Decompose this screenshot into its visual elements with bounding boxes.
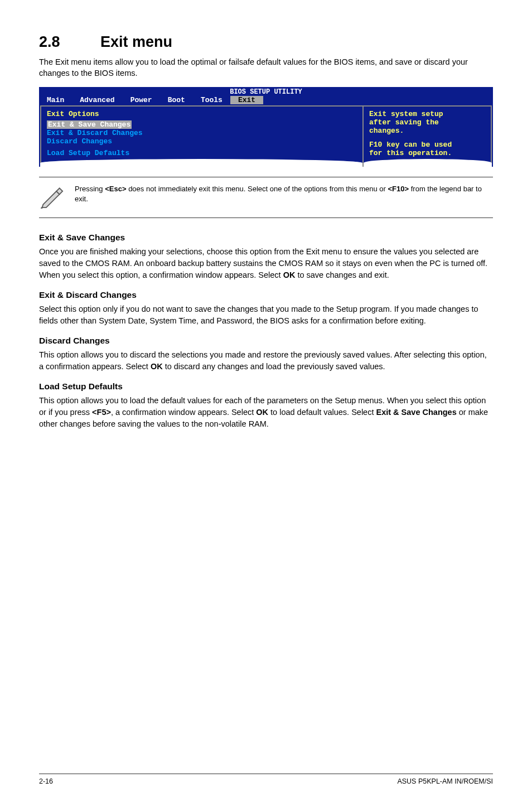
section-body: Once you are finished making your select… xyxy=(39,246,493,281)
pencil-icon xyxy=(39,184,64,211)
page-footer: 2-16 ASUS P5KPL-AM IN/ROEM/SI xyxy=(39,774,493,785)
note-key-esc: <Esc> xyxy=(105,185,126,193)
bios-tab-advanced[interactable]: Advanced xyxy=(72,96,122,104)
intro-paragraph: The Exit menu items allow you to load th… xyxy=(39,56,493,79)
note-part: does not immediately exit this menu. Sel… xyxy=(127,185,388,193)
heading-title: Exit menu xyxy=(100,33,172,50)
bios-menu-panel: Exit Options Exit & Save Changes Exit & … xyxy=(40,105,362,167)
footer-page-number: 2-16 xyxy=(39,777,53,785)
bold-exit-save: Exit & Save Changes xyxy=(376,408,457,417)
footer-product: ASUS P5KPL-AM IN/ROEM/SI xyxy=(397,777,493,785)
bios-help-line: after saving the xyxy=(369,118,485,127)
page-heading: 2.8Exit menu xyxy=(39,33,493,51)
note-callout: Pressing <Esc> does not immediately exit… xyxy=(39,177,493,218)
note-key-f10: <F10> xyxy=(388,185,409,193)
bios-title: BIOS SETUP UTILITY xyxy=(39,87,493,96)
bios-item-load-defaults[interactable]: Load Setup Defaults xyxy=(47,149,357,157)
bios-help-line: changes. xyxy=(369,127,485,135)
bold-ok: OK xyxy=(283,270,296,279)
bold-ok: OK xyxy=(256,408,268,417)
section-heading-exit-save: Exit & Save Changes xyxy=(39,233,493,243)
section-body: Select this option only if you do not wa… xyxy=(39,303,493,327)
bold-ok: OK xyxy=(151,362,163,371)
heading-number: 2.8 xyxy=(39,33,100,51)
bios-body: Exit Options Exit & Save Changes Exit & … xyxy=(39,105,493,167)
bios-options-header: Exit Options xyxy=(47,110,357,118)
bios-tab-bar: Main Advanced Power Boot Tools Exit xyxy=(39,96,493,105)
note-text: Pressing <Esc> does not immediately exit… xyxy=(75,184,490,205)
text: to load default values. Select xyxy=(268,408,376,417)
bold-f5: <F5> xyxy=(92,408,111,417)
bios-item-discard[interactable]: Discard Changes xyxy=(47,137,357,146)
bios-help-line: Exit system setup xyxy=(369,110,485,118)
section-body: This option allows you to load the defau… xyxy=(39,395,493,430)
bios-setup-utility: BIOS SETUP UTILITY Main Advanced Power B… xyxy=(39,87,493,167)
section-heading-exit-discard: Exit & Discard Changes xyxy=(39,290,493,300)
bios-tab-boot[interactable]: Boot xyxy=(160,96,193,104)
bios-item-exit-discard[interactable]: Exit & Discard Changes xyxy=(47,129,357,137)
section-body: This option allows you to discard the se… xyxy=(39,349,493,373)
section-heading-load-defaults: Load Setup Defaults xyxy=(39,381,493,392)
bios-help-line: for this operation. xyxy=(369,149,485,157)
text: , a confirmation window appears. Select xyxy=(111,408,256,417)
note-part: Pressing xyxy=(75,185,105,193)
bios-item-exit-save[interactable]: Exit & Save Changes xyxy=(47,120,132,129)
section-heading-discard: Discard Changes xyxy=(39,336,493,346)
bios-help-line: F10 key can be used xyxy=(369,141,485,149)
bios-help-panel: Exit system setup after saving the chang… xyxy=(362,105,492,167)
text: Once you are finished making your select… xyxy=(39,247,487,279)
bios-tab-main[interactable]: Main xyxy=(39,96,72,104)
text: to save changes and exit. xyxy=(295,270,389,279)
bios-tab-tools[interactable]: Tools xyxy=(193,96,230,104)
bios-tab-power[interactable]: Power xyxy=(123,96,160,104)
bios-tab-exit[interactable]: Exit xyxy=(230,96,263,104)
text: to discard any changes and load the prev… xyxy=(163,362,385,371)
